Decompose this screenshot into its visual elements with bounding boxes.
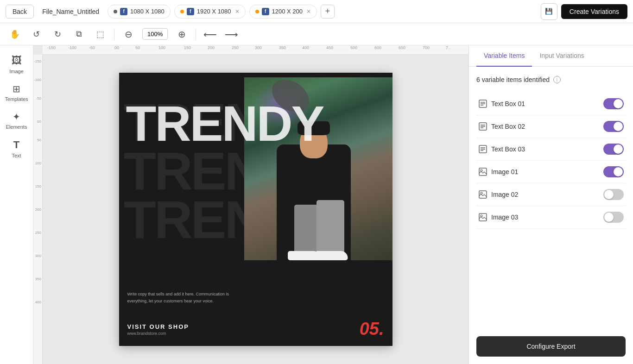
tab-1200x200[interactable]: f 1200 X 200 ✕ (249, 5, 317, 19)
hand-icon: ✋ (10, 29, 20, 39)
variable-row-text-box-03: Text Box 03 (476, 138, 626, 161)
rotate-cw-tool[interactable]: ↻ (50, 27, 65, 42)
text-box-01-type-icon (478, 99, 487, 108)
image-02-type-icon (478, 190, 487, 199)
svg-point-15 (481, 192, 482, 194)
tab2-dot (180, 10, 184, 13)
rotate-cw-icon: ↻ (54, 29, 61, 39)
rotate-ccw-icon: ↺ (33, 29, 40, 39)
text-box-03-label: Text Box 03 (491, 145, 600, 153)
tab3-label: 1200 X 200 (272, 8, 303, 15)
tab-variable-items[interactable]: Variable Items (476, 45, 532, 67)
templates-sidebar-icon: ⊞ (13, 83, 20, 94)
sidebar-item-text[interactable]: T Text (3, 135, 31, 162)
right-panel: Variable Items Input Variations 6 variab… (468, 45, 633, 364)
undo-tool[interactable]: ⟵ (203, 27, 217, 42)
sidebar-item-image-label: Image (9, 69, 24, 74)
select-tool[interactable]: ⬚ (93, 27, 108, 42)
layers-tool[interactable]: ⧉ (71, 27, 86, 42)
canvas-shop-title: VISIT OUR SHOP (127, 323, 189, 330)
svg-point-13 (481, 169, 482, 171)
add-tab-button[interactable]: + (321, 5, 335, 19)
elements-sidebar-icon: ✦ (13, 111, 20, 122)
hand-tool[interactable]: ✋ (7, 27, 22, 42)
text-box-02-label: Text Box 02 (491, 123, 600, 130)
variable-row-image-02: Image 02 (476, 183, 626, 206)
image-03-label: Image 03 (491, 213, 600, 221)
image-02-label: Image 02 (491, 191, 600, 198)
image-sidebar-icon: 🖼 (12, 55, 22, 67)
tab1-fb-icon: f (120, 8, 127, 15)
sidebar-item-templates-label: Templates (5, 96, 28, 102)
sidebar-item-elements-label: Elements (6, 124, 27, 130)
image-02-toggle[interactable] (603, 189, 624, 200)
variable-row-text-box-02: Text Box 02 (476, 115, 626, 138)
info-icon[interactable]: i (553, 76, 561, 83)
variable-row-image-01: Image 01 (476, 161, 626, 183)
canvas-area: -150 -100 -50 00 50 100 150 200 250 300 … (33, 45, 468, 364)
right-panel-content: 6 variable items identified i Text Box 0… (469, 67, 633, 329)
tab-input-variations[interactable]: Input Variations (532, 45, 591, 67)
tab2-close-icon[interactable]: ✕ (235, 8, 240, 15)
tab2-label: 1920 X 1080 (197, 8, 231, 15)
design-canvas[interactable]: TRENDY TRENDY TRENDY TRENDY (119, 73, 392, 346)
undo-icon: ⟵ (203, 29, 217, 40)
tab1-label: 1080 X 1080 (130, 8, 165, 15)
toolbar-divider-2 (196, 29, 196, 40)
image-01-toggle[interactable] (603, 166, 624, 177)
text-sidebar-icon: T (13, 139, 19, 151)
image-01-label: Image 01 (491, 168, 600, 176)
tab1-dot (114, 10, 117, 13)
text-box-03-type-icon (478, 144, 487, 154)
save-button[interactable]: 💾 (541, 3, 557, 20)
image-01-type-icon (478, 167, 487, 176)
variable-row-text-box-01: Text Box 01 (476, 93, 626, 115)
filename-label: File_Name_Untitled (38, 8, 104, 15)
text-box-02-toggle[interactable] (603, 121, 624, 132)
canvas-shop-section: VISIT OUR SHOP www.brandstore.com (127, 323, 189, 336)
back-button[interactable]: Back (6, 5, 34, 19)
sidebar-item-templates[interactable]: ⊞ Templates (3, 80, 31, 106)
svg-point-17 (481, 215, 482, 217)
tab2-fb-icon: f (187, 8, 194, 15)
canvas-body-text: Write copy that sells and add it here. C… (127, 291, 242, 304)
text-box-02-type-icon (478, 122, 487, 131)
zoom-out-icon: ⊖ (125, 29, 133, 40)
image-03-type-icon (478, 213, 487, 222)
zoom-in-tool[interactable]: ⊕ (174, 27, 189, 42)
configure-export-button[interactable]: Configure Export (476, 336, 626, 357)
main-area: 🖼 Image ⊞ Templates ✦ Elements T Text -1… (0, 45, 633, 364)
toolbar-divider-1 (114, 29, 114, 40)
text-box-01-toggle[interactable] (603, 98, 624, 109)
text-box-01-label: Text Box 01 (491, 100, 600, 107)
tab3-dot (255, 10, 259, 13)
tab3-close-icon[interactable]: ✕ (306, 8, 311, 15)
redo-tool[interactable]: ⟶ (224, 27, 239, 42)
sidebar-item-elements[interactable]: ✦ Elements (3, 107, 31, 133)
select-icon: ⬚ (96, 29, 104, 39)
ruler-top: -150 -100 -50 00 50 100 150 200 250 300 … (43, 45, 468, 55)
text-box-03-toggle[interactable] (603, 144, 624, 155)
rotate-ccw-tool[interactable]: ↺ (29, 27, 44, 42)
tab3-fb-icon: f (262, 8, 269, 15)
create-variations-button[interactable]: Create Variations (561, 4, 627, 19)
save-icon: 💾 (545, 8, 553, 15)
redo-icon: ⟶ (225, 29, 238, 40)
canvas-shop-url: www.brandstore.com (127, 331, 189, 336)
layers-icon: ⧉ (76, 29, 82, 39)
tab-1920x1080[interactable]: f 1920 X 1080 ✕ (174, 5, 246, 19)
zoom-out-tool[interactable]: ⊖ (121, 27, 136, 42)
variable-count-text: 6 variable items identified (476, 76, 550, 83)
tab-1080x1080[interactable]: f 1080 X 1080 (108, 5, 171, 19)
sidebar-item-image[interactable]: 🖼 Image (3, 51, 31, 78)
topbar: Back File_Name_Untitled f 1080 X 1080 f … (0, 0, 633, 23)
sidebar-item-text-label: Text (12, 153, 21, 158)
image-03-toggle[interactable] (603, 212, 624, 223)
zoom-level-display[interactable]: 100% (142, 28, 168, 40)
variable-row-image-03: Image 03 (476, 206, 626, 229)
right-panel-tabs: Variable Items Input Variations (469, 45, 633, 67)
zoom-in-icon: ⊕ (178, 29, 186, 40)
canvas-content: TRENDY TRENDY TRENDY TRENDY (43, 55, 468, 364)
toolbar: ✋ ↺ ↻ ⧉ ⬚ ⊖ 100% ⊕ ⟵ ⟶ (0, 23, 633, 45)
variable-count: 6 variable items identified i (476, 76, 626, 83)
